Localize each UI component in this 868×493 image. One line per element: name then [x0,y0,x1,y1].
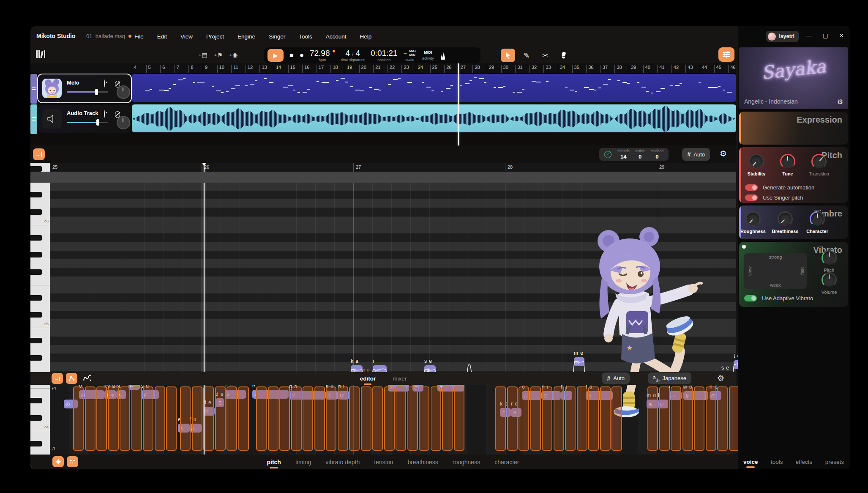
knob-roughness[interactable]: Roughness [739,211,768,234]
record-arm-icon[interactable] [104,110,110,117]
black-key[interactable] [30,166,42,172]
add-marker-icon[interactable]: +◉ [229,52,238,58]
vibrato-xy-pad[interactable]: strong weak slow fast [744,253,807,289]
param-tab-character[interactable]: character [494,459,519,466]
panel-tab-tools[interactable]: tools [771,459,783,465]
menu-item-singer[interactable]: Singer [264,32,290,41]
menu-item-tools[interactable]: Tools [294,32,317,41]
black-key[interactable] [30,415,42,421]
volume-slider[interactable] [67,91,108,93]
play-button[interactable]: ▶ [267,49,284,62]
quick-settings-button[interactable] [718,47,734,62]
snap-toggle-button[interactable]: →| [33,148,45,160]
knob-breathiness[interactable]: Breathiness [770,211,800,234]
record-arm-icon[interactable] [104,80,110,86]
param-tab-timing[interactable]: timing [295,459,311,466]
language-selector-button[interactable]: aあ Japanese [648,372,691,384]
track-color-strip[interactable] [30,74,37,104]
pointer-tool-button[interactable] [501,49,515,62]
piano-roll-settings-gear-icon[interactable]: ⚙ [720,149,727,159]
close-button[interactable]: ✕ [835,32,848,39]
menu-item-project[interactable]: Project [201,32,229,41]
panel-tab-presets[interactable]: presets [825,459,844,465]
mute-icon[interactable] [115,80,121,86]
black-key[interactable] [30,209,42,215]
ruler-measure-46: 46 [728,65,735,73]
black-key[interactable] [30,252,42,257]
solo-icon[interactable] [125,80,131,86]
singer-avatar[interactable] [42,79,62,98]
knob-tune[interactable]: Tune [773,154,802,176]
knob-character[interactable]: Character [802,211,832,234]
mute-icon[interactable] [115,110,121,117]
pencil-tool-button[interactable]: ✎ [519,49,534,62]
eraser-tool-button[interactable] [557,49,571,62]
black-key[interactable] [30,355,42,361]
param-tab-breathiness[interactable]: breathiness [407,459,438,466]
black-key[interactable] [30,192,42,197]
black-key[interactable] [30,398,42,403]
editor-settings-gear-icon[interactable]: ⚙ [717,373,724,383]
add-part-icon[interactable]: +▤ [199,52,207,58]
menu-item-help[interactable]: Help [355,32,377,41]
tempo-display[interactable]: 72.98 bpm [310,49,335,62]
grid-auto-button[interactable]: #Auto [682,148,710,161]
arrangement-playhead[interactable] [458,63,459,145]
param-tab-tension[interactable]: tension [374,459,393,466]
record-button[interactable]: ● [300,51,304,60]
minimize-button[interactable]: — [802,32,815,39]
track-name[interactable]: Melo [67,79,79,86]
ruler-measure-18: 18 [330,65,338,73]
panel-tab-effects[interactable]: effects [796,459,813,465]
singer-settings-gear-icon[interactable]: ⚙ [837,98,843,106]
black-key[interactable] [30,312,42,318]
audio-clip[interactable] [132,104,736,132]
singer-card[interactable]: Sayaka Angelic - Indonesian ⚙ [739,47,848,109]
tab-mixer[interactable]: mixer [393,375,407,382]
black-key[interactable] [30,295,42,301]
position-display[interactable]: 0:01:21 position [371,49,397,62]
knob-pitch[interactable]: Pitch [814,250,844,273]
track-header-melo[interactable]: Melo [38,74,131,102]
volume-slider[interactable] [67,122,108,123]
black-key[interactable] [30,441,42,446]
piano-keyboard[interactable]: c6c5c4 [30,163,50,469]
user-account-chip[interactable]: layetri [766,31,799,42]
solo-icon[interactable] [125,110,131,117]
menu-item-edit[interactable]: Edit [152,32,172,41]
piano-roll-playhead[interactable] [204,163,205,455]
midi-clip-melo[interactable] [132,74,736,102]
black-key[interactable] [30,235,42,241]
track-color-strip[interactable] [30,104,37,134]
track-header-audio[interactable]: Audio Track [38,105,131,133]
scissors-tool-button[interactable]: ✂ [538,49,552,62]
knob-transition[interactable]: Transition [804,154,834,176]
menu-item-view[interactable]: View [175,32,198,41]
time-signature-display[interactable]: 4/4 time signature [341,49,365,62]
menu-item-file[interactable]: File [129,32,149,41]
toggle-use-singer-pitch[interactable] [745,194,758,201]
toggle-generate-automation[interactable] [745,184,758,191]
knob-volume[interactable]: Volume [814,272,844,295]
arrangement-ruler[interactable]: 4567891011121314151617181920212223242526… [30,63,736,74]
menu-item-engine[interactable]: Engine [232,32,260,41]
editor-auto-button[interactable]: #Auto [602,372,630,384]
maximize-button[interactable]: ▢ [819,32,832,39]
use-adaptive-vibrato-toggle[interactable] [744,295,757,301]
black-key[interactable] [30,338,42,343]
scale-selector[interactable]: − MAJMIN scale [403,49,416,62]
knob-stability[interactable]: Stability [742,154,771,176]
menu-item-account[interactable]: Account [321,32,352,41]
pan-knob[interactable] [117,116,130,129]
stop-button[interactable]: ■ [289,52,294,59]
param-tab-roughness[interactable]: roughness [453,459,480,466]
black-key[interactable] [30,269,42,275]
add-flag-icon[interactable]: +⚑ [214,52,223,58]
param-tab-pitch[interactable]: pitch [267,459,281,466]
tab-editor[interactable]: editor [360,375,376,382]
pan-knob[interactable] [117,85,130,99]
ruler-measure-27: 27 [459,65,466,73]
track-name[interactable]: Audio Track [67,110,98,116]
param-tab-vibrato-depth[interactable]: vibrato depth [325,459,360,466]
panel-tab-voice[interactable]: voice [743,459,758,465]
